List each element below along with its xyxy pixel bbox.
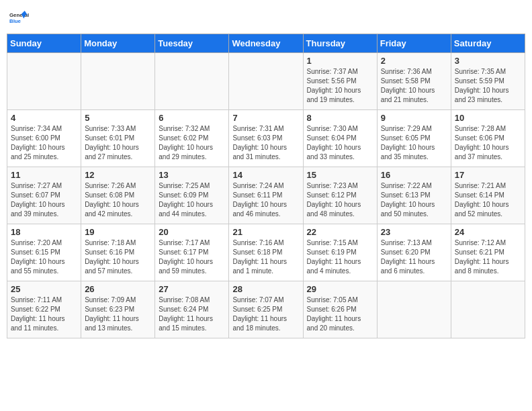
day-number: 12 xyxy=(85,170,151,180)
calendar-header: SundayMondayTuesdayWednesdayThursdayFrid… xyxy=(7,34,525,53)
calendar-cell: 14Sunrise: 7:24 AMSunset: 6:11 PMDayligh… xyxy=(229,167,303,224)
day-number: 22 xyxy=(307,227,373,237)
calendar-cell: 27Sunrise: 7:08 AMSunset: 6:24 PMDayligh… xyxy=(155,281,229,338)
calendar-cell: 9Sunrise: 7:29 AMSunset: 6:05 PMDaylight… xyxy=(377,110,451,167)
calendar-cell: 2Sunrise: 7:36 AMSunset: 5:58 PMDaylight… xyxy=(377,53,451,110)
day-info: Sunrise: 7:26 AMSunset: 6:08 PMDaylight:… xyxy=(85,181,151,219)
day-number: 2 xyxy=(381,56,447,66)
day-number: 11 xyxy=(11,170,77,180)
day-info: Sunrise: 7:28 AMSunset: 6:06 PMDaylight:… xyxy=(455,124,521,162)
calendar-week-4: 18Sunrise: 7:20 AMSunset: 6:15 PMDayligh… xyxy=(7,224,525,281)
day-number: 5 xyxy=(85,113,151,123)
calendar-week-1: 1Sunrise: 7:37 AMSunset: 5:56 PMDaylight… xyxy=(7,53,525,110)
day-number: 6 xyxy=(159,113,225,123)
day-info: Sunrise: 7:13 AMSunset: 6:20 PMDaylight:… xyxy=(381,238,447,276)
column-header-friday: Friday xyxy=(377,34,451,53)
calendar-cell: 15Sunrise: 7:23 AMSunset: 6:12 PMDayligh… xyxy=(303,167,377,224)
day-number: 7 xyxy=(232,113,299,123)
day-info: Sunrise: 7:25 AMSunset: 6:09 PMDaylight:… xyxy=(159,181,225,219)
calendar-week-5: 25Sunrise: 7:11 AMSunset: 6:22 PMDayligh… xyxy=(7,281,525,338)
day-number: 1 xyxy=(307,56,373,66)
svg-text:Blue: Blue xyxy=(9,18,21,24)
day-info: Sunrise: 7:09 AMSunset: 6:23 PMDaylight:… xyxy=(85,295,151,333)
day-info: Sunrise: 7:17 AMSunset: 6:17 PMDaylight:… xyxy=(159,238,225,276)
calendar-cell: 26Sunrise: 7:09 AMSunset: 6:23 PMDayligh… xyxy=(81,281,155,338)
day-info: Sunrise: 7:11 AMSunset: 6:22 PMDaylight:… xyxy=(11,295,77,333)
calendar-cell: 3Sunrise: 7:35 AMSunset: 5:59 PMDaylight… xyxy=(451,53,525,110)
calendar-cell: 19Sunrise: 7:18 AMSunset: 6:16 PMDayligh… xyxy=(81,224,155,281)
day-number: 9 xyxy=(381,113,447,123)
calendar-cell: 28Sunrise: 7:07 AMSunset: 6:25 PMDayligh… xyxy=(229,281,303,338)
calendar-cell: 24Sunrise: 7:12 AMSunset: 6:21 PMDayligh… xyxy=(451,224,525,281)
calendar-cell: 21Sunrise: 7:16 AMSunset: 6:18 PMDayligh… xyxy=(229,224,303,281)
day-number: 26 xyxy=(85,284,151,294)
calendar-cell xyxy=(451,281,525,338)
calendar-cell: 23Sunrise: 7:13 AMSunset: 6:20 PMDayligh… xyxy=(377,224,451,281)
calendar-cell: 5Sunrise: 7:33 AMSunset: 6:01 PMDaylight… xyxy=(81,110,155,167)
day-number: 21 xyxy=(232,227,299,237)
day-number: 19 xyxy=(85,227,151,237)
day-info: Sunrise: 7:24 AMSunset: 6:11 PMDaylight:… xyxy=(232,181,299,219)
logo-icon: General Blue xyxy=(9,7,31,28)
day-number: 20 xyxy=(159,227,225,237)
calendar-cell: 25Sunrise: 7:11 AMSunset: 6:22 PMDayligh… xyxy=(7,281,81,338)
calendar-cell xyxy=(81,53,155,110)
calendar-week-2: 4Sunrise: 7:34 AMSunset: 6:00 PMDaylight… xyxy=(7,110,525,167)
day-info: Sunrise: 7:08 AMSunset: 6:24 PMDaylight:… xyxy=(159,295,225,333)
day-number: 4 xyxy=(11,113,77,123)
day-info: Sunrise: 7:31 AMSunset: 6:03 PMDaylight:… xyxy=(232,124,299,162)
day-number: 16 xyxy=(381,170,447,180)
day-number: 13 xyxy=(159,170,225,180)
day-info: Sunrise: 7:21 AMSunset: 6:14 PMDaylight:… xyxy=(455,181,521,219)
calendar-cell: 8Sunrise: 7:30 AMSunset: 6:04 PMDaylight… xyxy=(303,110,377,167)
day-number: 18 xyxy=(11,227,77,237)
day-number: 27 xyxy=(159,284,225,294)
calendar-cell: 1Sunrise: 7:37 AMSunset: 5:56 PMDaylight… xyxy=(303,53,377,110)
day-info: Sunrise: 7:36 AMSunset: 5:58 PMDaylight:… xyxy=(381,67,447,105)
day-info: Sunrise: 7:18 AMSunset: 6:16 PMDaylight:… xyxy=(85,238,151,276)
day-info: Sunrise: 7:12 AMSunset: 6:21 PMDaylight:… xyxy=(455,238,521,276)
day-info: Sunrise: 7:15 AMSunset: 6:19 PMDaylight:… xyxy=(307,238,373,276)
day-number: 15 xyxy=(307,170,373,180)
day-number: 14 xyxy=(232,170,299,180)
calendar-table: SundayMondayTuesdayWednesdayThursdayFrid… xyxy=(7,34,525,338)
calendar-cell: 17Sunrise: 7:21 AMSunset: 6:14 PMDayligh… xyxy=(451,167,525,224)
calendar-cell xyxy=(377,281,451,338)
day-number: 28 xyxy=(232,284,299,294)
logo: General Blue xyxy=(9,7,31,28)
day-info: Sunrise: 7:30 AMSunset: 6:04 PMDaylight:… xyxy=(307,124,373,162)
day-info: Sunrise: 7:27 AMSunset: 6:07 PMDaylight:… xyxy=(11,181,77,219)
calendar-cell: 12Sunrise: 7:26 AMSunset: 6:08 PMDayligh… xyxy=(81,167,155,224)
column-header-tuesday: Tuesday xyxy=(155,34,229,53)
column-header-wednesday: Wednesday xyxy=(229,34,303,53)
calendar-cell: 10Sunrise: 7:28 AMSunset: 6:06 PMDayligh… xyxy=(451,110,525,167)
day-info: Sunrise: 7:29 AMSunset: 6:05 PMDaylight:… xyxy=(381,124,447,162)
day-info: Sunrise: 7:07 AMSunset: 6:25 PMDaylight:… xyxy=(232,295,299,333)
day-number: 29 xyxy=(307,284,373,294)
day-info: Sunrise: 7:37 AMSunset: 5:56 PMDaylight:… xyxy=(307,67,373,105)
column-header-saturday: Saturday xyxy=(451,34,525,53)
day-number: 23 xyxy=(381,227,447,237)
column-header-monday: Monday xyxy=(81,34,155,53)
calendar-cell: 13Sunrise: 7:25 AMSunset: 6:09 PMDayligh… xyxy=(155,167,229,224)
day-info: Sunrise: 7:32 AMSunset: 6:02 PMDaylight:… xyxy=(159,124,225,162)
day-number: 24 xyxy=(455,227,521,237)
calendar-cell: 11Sunrise: 7:27 AMSunset: 6:07 PMDayligh… xyxy=(7,167,81,224)
page-header: General Blue xyxy=(7,7,525,28)
day-info: Sunrise: 7:16 AMSunset: 6:18 PMDaylight:… xyxy=(232,238,299,276)
day-info: Sunrise: 7:23 AMSunset: 6:12 PMDaylight:… xyxy=(307,181,373,219)
calendar-cell: 22Sunrise: 7:15 AMSunset: 6:19 PMDayligh… xyxy=(303,224,377,281)
day-number: 3 xyxy=(455,56,521,66)
day-number: 8 xyxy=(307,113,373,123)
day-info: Sunrise: 7:20 AMSunset: 6:15 PMDaylight:… xyxy=(11,238,77,276)
day-number: 17 xyxy=(455,170,521,180)
column-header-thursday: Thursday xyxy=(303,34,377,53)
calendar-cell xyxy=(155,53,229,110)
calendar-cell: 4Sunrise: 7:34 AMSunset: 6:00 PMDaylight… xyxy=(7,110,81,167)
calendar-cell: 18Sunrise: 7:20 AMSunset: 6:15 PMDayligh… xyxy=(7,224,81,281)
day-info: Sunrise: 7:05 AMSunset: 6:26 PMDaylight:… xyxy=(307,295,373,333)
calendar-cell xyxy=(7,53,81,110)
svg-text:General: General xyxy=(9,12,29,18)
day-number: 10 xyxy=(455,113,521,123)
day-number: 25 xyxy=(11,284,77,294)
